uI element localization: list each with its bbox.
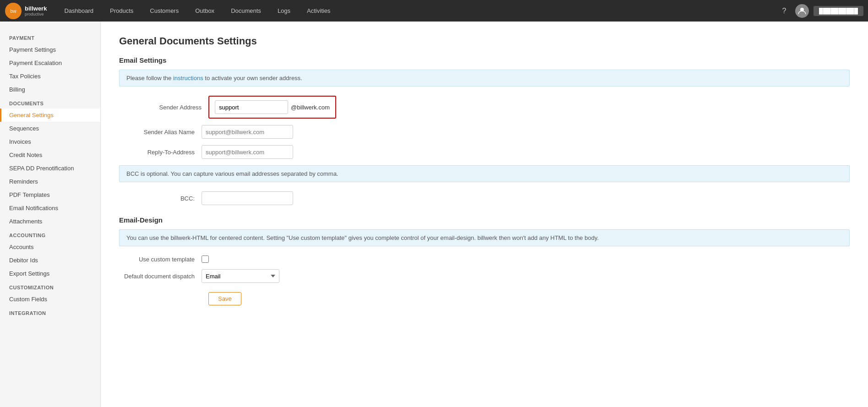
nav-item-logs[interactable]: Logs	[269, 0, 299, 22]
nav-item-activities[interactable]: Activities	[299, 0, 338, 22]
custom-template-row: Use custom template	[119, 255, 850, 263]
reply-to-input[interactable]	[202, 145, 293, 159]
sidebar-item-email-notifications[interactable]: Email Notifications	[0, 201, 100, 215]
dispatch-row: Default document dispatch Email Post Dow…	[119, 269, 850, 283]
sidebar-item-billing[interactable]: Billing	[0, 83, 100, 96]
sender-address-container: @billwerk.com	[208, 96, 336, 119]
sidebar-item-invoices[interactable]: Invoices	[0, 135, 100, 148]
sidebar-section-customization: CUSTOMIZATION	[0, 280, 100, 293]
sidebar-item-export-settings[interactable]: Export Settings	[0, 267, 100, 280]
reply-to-label: Reply-To-Address	[119, 149, 202, 156]
sidebar: PAYMENT Payment Settings Payment Escalat…	[0, 22, 101, 407]
sidebar-item-reminders[interactable]: Reminders	[0, 175, 100, 188]
sidebar-section-documents: DOCUMENTS	[0, 96, 100, 109]
sender-domain-label: @billwerk.com	[291, 104, 330, 111]
email-settings-info: Please follow the instructions to activa…	[119, 70, 850, 87]
sidebar-item-sequences[interactable]: Sequences	[0, 122, 100, 135]
sidebar-item-attachments[interactable]: Attachments	[0, 215, 100, 228]
main-content: General Documents Settings Email Setting…	[101, 22, 868, 407]
reply-to-row: Reply-To-Address	[119, 145, 850, 159]
email-settings-title: Email Settings	[119, 56, 850, 64]
save-button[interactable]: Save	[208, 292, 241, 305]
sidebar-item-accounts[interactable]: Accounts	[0, 240, 100, 254]
nav-item-customers[interactable]: Customers	[142, 0, 187, 22]
page-wrapper: PAYMENT Payment Settings Payment Escalat…	[0, 22, 868, 407]
email-settings-section: Email Settings Please follow the instruc…	[119, 56, 850, 205]
nav-item-products[interactable]: Products	[102, 0, 142, 22]
sender-address-row: Sender Address @billwerk.com	[119, 96, 850, 119]
sidebar-item-debitor-ids[interactable]: Debitor Ids	[0, 254, 100, 267]
sidebar-item-custom-fields[interactable]: Custom Fields	[0, 293, 100, 306]
sidebar-item-credit-notes[interactable]: Credit Notes	[0, 148, 100, 162]
help-button[interactable]: ?	[778, 5, 791, 17]
sidebar-item-tax-policies[interactable]: Tax Policies	[0, 70, 100, 83]
page-title: General Documents Settings	[119, 35, 850, 47]
logo-text: billwerk	[25, 5, 47, 12]
nav-extra-button[interactable]: ██████████	[813, 6, 863, 16]
custom-template-label: Use custom template	[119, 256, 202, 263]
sidebar-section-payment: PAYMENT	[0, 31, 100, 43]
sender-address-label: Sender Address	[119, 104, 202, 111]
sidebar-item-pdf-templates[interactable]: PDF Templates	[0, 188, 100, 201]
sender-address-input[interactable]	[215, 100, 288, 114]
sender-alias-input[interactable]	[202, 125, 293, 139]
sidebar-section-accounting: ACCOUNTING	[0, 228, 100, 240]
save-row: Save	[119, 292, 850, 305]
sidebar-section-integration: INTEGRATION	[0, 306, 100, 318]
bcc-label: BCC:	[119, 195, 202, 202]
sidebar-item-general-settings[interactable]: General Settings	[0, 109, 100, 122]
nav-item-outbox[interactable]: Outbox	[187, 0, 223, 22]
bcc-info-box: BCC is optional. You can capture various…	[119, 165, 850, 182]
dispatch-label: Default document dispatch	[119, 273, 202, 280]
bcc-row: BCC:	[119, 191, 850, 205]
sender-alias-row: Sender Alias Name	[119, 125, 850, 139]
nav-right: ? ██████████	[778, 4, 863, 18]
instructions-link[interactable]: instructions	[173, 75, 203, 81]
sidebar-item-payment-settings[interactable]: Payment Settings	[0, 43, 100, 56]
nav-items: Dashboard Products Customers Outbox Docu…	[56, 0, 778, 22]
dispatch-select[interactable]: Email Post Download	[202, 269, 279, 283]
custom-template-checkbox[interactable]	[202, 255, 209, 263]
nav-item-documents[interactable]: Documents	[223, 0, 269, 22]
sidebar-item-sepa-dd[interactable]: SEPA DD Prenotification	[0, 162, 100, 175]
sidebar-item-payment-escalation[interactable]: Payment Escalation	[0, 56, 100, 70]
info-text-before: Please follow the	[126, 75, 173, 81]
svg-text:bw: bw	[11, 9, 17, 14]
email-design-section: Email-Design You can use the billwerk-HT…	[119, 216, 850, 305]
email-design-info: You can use the billwerk-HTML for center…	[119, 229, 850, 246]
logo-subtitle: productive	[25, 12, 47, 16]
sender-alias-label: Sender Alias Name	[119, 129, 202, 136]
user-avatar[interactable]	[795, 4, 809, 18]
bcc-input[interactable]	[202, 191, 293, 205]
top-navigation: bw billwerk productive Dashboard Product…	[0, 0, 868, 22]
nav-item-dashboard[interactable]: Dashboard	[56, 0, 102, 22]
email-design-title: Email-Design	[119, 216, 850, 224]
logo[interactable]: bw billwerk productive	[5, 2, 47, 20]
info-text-after: to activate your own sender address.	[203, 75, 302, 81]
